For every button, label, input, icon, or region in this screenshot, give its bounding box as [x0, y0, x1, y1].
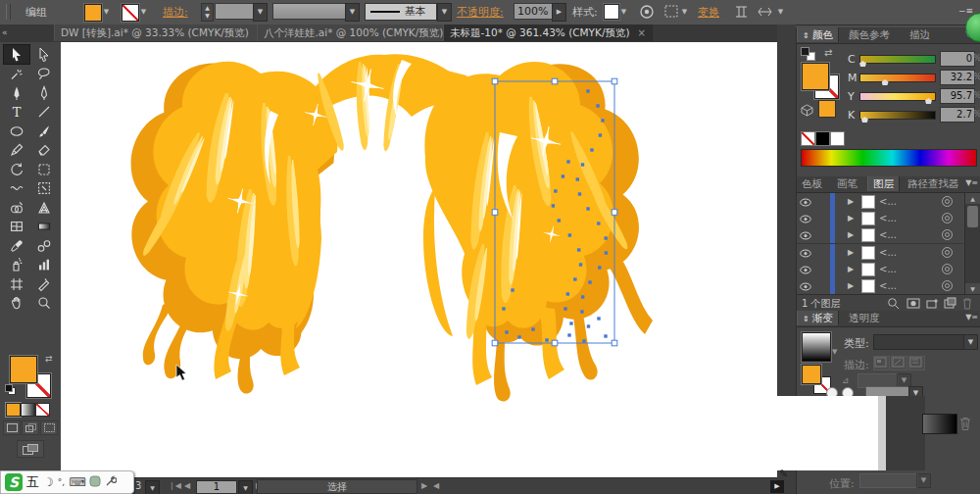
symbol-sprayer-tool[interactable] — [4, 256, 29, 274]
layer-row[interactable]: ▶<... — [797, 244, 963, 262]
free-transform-tool[interactable] — [31, 160, 57, 178]
stroke-style-dropdown-icon[interactable]: ▼ — [437, 3, 452, 22]
tab-gradient[interactable]: ⇕ 渐变 — [797, 311, 839, 325]
stroke-weight-stepper[interactable]: ▲▼ — [201, 3, 214, 22]
layer-name[interactable]: <... — [879, 280, 897, 291]
gradient-type-caret-icon[interactable]: ▼ — [963, 334, 978, 350]
transform-link[interactable]: 变换 — [698, 5, 719, 20]
tab-brushes[interactable]: 画笔 — [832, 176, 862, 191]
selection-marquee-tool[interactable] — [31, 179, 57, 198]
panel-collapse-icon[interactable]: ⇕ — [803, 31, 809, 40]
select-similar-caret-icon[interactable]: ▼ — [680, 4, 689, 20]
layer-row[interactable]: ▶<... — [797, 226, 963, 244]
swap-fill-stroke-icon[interactable]: ⇄ — [45, 354, 53, 364]
panel-fill-swatch[interactable] — [802, 63, 829, 90]
color-spectrum-bar[interactable] — [801, 149, 977, 167]
scroll-down-icon[interactable]: ▼ — [965, 283, 980, 294]
moon-icon[interactable]: ☽ — [43, 476, 54, 488]
layer-name[interactable]: <... — [879, 229, 897, 240]
layer-thumbnail[interactable] — [861, 279, 875, 293]
tab-stroke[interactable]: 描边 — [905, 27, 935, 42]
fill-proxy-swatch[interactable] — [10, 356, 37, 383]
perspective-grid-tool[interactable] — [31, 198, 57, 217]
direct-selection-tool[interactable] — [31, 45, 57, 64]
scroll-up-icon[interactable]: ▲ — [965, 193, 980, 204]
tab-transparency[interactable]: 透明度 — [844, 311, 885, 325]
document-tab-1[interactable]: DW [转换].ai* @ 33.33% (CMYK/预览)× — [54, 25, 271, 41]
color-mode-button[interactable] — [6, 403, 21, 417]
zoom-level-text[interactable]: 3 — [135, 480, 141, 491]
panel-collapse-icon[interactable]: ⇕ — [803, 315, 809, 323]
layer-row[interactable]: ▶<... — [797, 261, 963, 278]
expand-triangle-icon[interactable]: ▶ — [848, 265, 854, 273]
type-tool[interactable]: T — [4, 103, 29, 122]
panel-menu-icon[interactable]: ▼≡ — [965, 178, 978, 187]
fill-color-caret-icon[interactable]: ▼ — [102, 4, 111, 20]
channel-value-field[interactable]: 32.2 — [940, 70, 975, 85]
tab-color-guide[interactable]: 颜色参考 — [844, 27, 895, 42]
selection-handle[interactable] — [492, 78, 498, 84]
stroke-weight-dropdown-icon[interactable]: ▼ — [253, 3, 268, 22]
layer-name[interactable]: <... — [879, 247, 897, 258]
layer-row[interactable]: ▶<... — [797, 210, 963, 227]
selection-handle[interactable] — [612, 78, 617, 84]
opacity-dropdown-icon[interactable]: ▶ — [552, 3, 566, 22]
delete-stop-icon[interactable] — [958, 416, 972, 434]
slice-tool[interactable] — [31, 274, 57, 293]
black-swatch[interactable] — [815, 131, 830, 146]
zoom-tool[interactable] — [31, 294, 57, 313]
brush-definition-dropdown-icon[interactable]: ▼ — [345, 3, 360, 22]
pen-tool[interactable] — [4, 83, 29, 102]
keyboard-icon[interactable]: ⌨ — [69, 476, 85, 488]
gradient-type-dropdown[interactable] — [873, 334, 965, 350]
magic-wand-tool[interactable] — [4, 65, 29, 83]
status-collapse-icon[interactable]: ◀ — [433, 481, 439, 490]
visibility-eye-icon[interactable] — [800, 214, 811, 226]
out-of-gamut-cube-icon[interactable] — [801, 104, 813, 120]
layer-thumbnail[interactable] — [861, 212, 875, 225]
eyedropper-tool[interactable] — [4, 236, 29, 255]
target-circle-icon[interactable] — [942, 280, 953, 291]
selection-handle[interactable] — [492, 340, 498, 346]
tab-pathfinder[interactable]: 路径查找器 — [903, 176, 964, 191]
tab-color[interactable]: ⇕ 颜色 — [797, 27, 839, 42]
visibility-eye-icon[interactable] — [800, 281, 811, 294]
layer-row[interactable]: ▶<... — [797, 277, 963, 294]
fill-color-swatch[interactable] — [84, 4, 102, 22]
expand-triangle-icon[interactable]: ▶ — [848, 281, 854, 290]
hand-tool[interactable] — [4, 294, 29, 313]
pencil-tool[interactable] — [4, 141, 29, 160]
none-mode-button[interactable] — [35, 403, 50, 417]
draw-normal-button[interactable] — [3, 420, 21, 435]
selection-handle[interactable] — [552, 340, 558, 346]
artboard-number-field[interactable]: 1 — [196, 480, 237, 494]
stroke-across-button[interactable] — [908, 356, 925, 370]
expand-triangle-icon[interactable]: ▶ — [848, 197, 854, 206]
selection-handle[interactable] — [552, 78, 558, 84]
prev-artboard-icon[interactable]: ◀ — [184, 481, 190, 490]
target-circle-icon[interactable] — [942, 247, 953, 258]
distribute-icon[interactable] — [757, 4, 773, 23]
skin-icon[interactable] — [89, 475, 101, 490]
column-graph-tool[interactable] — [31, 256, 57, 274]
artboard-dropdown-icon[interactable]: ▼ — [238, 480, 253, 494]
tab-swatches[interactable]: 色板 — [797, 176, 827, 191]
wrench-icon[interactable] — [105, 475, 117, 490]
layer-thumbnail[interactable] — [861, 246, 875, 260]
current-tool-indicator[interactable]: 选择 — [257, 479, 417, 494]
selection-tool[interactable] — [4, 45, 29, 64]
layer-thumbnail[interactable] — [861, 228, 875, 242]
stroke-color-caret-icon[interactable]: ▼ — [139, 4, 148, 20]
gradient-fill-proxy[interactable] — [802, 365, 821, 384]
brush-definition-field[interactable] — [272, 3, 351, 20]
visibility-eye-icon[interactable] — [800, 197, 811, 210]
layer-row[interactable]: ▶<... — [797, 193, 963, 211]
visibility-eye-icon[interactable] — [800, 248, 811, 261]
opacity-field[interactable]: 100% — [514, 3, 557, 20]
location-dropdown[interactable] — [859, 473, 918, 488]
graphic-style-swatch[interactable] — [604, 4, 619, 20]
line-segment-tool[interactable] — [31, 103, 57, 122]
close-icon[interactable]: × — [638, 27, 646, 38]
document-tab-2[interactable]: 八个洋娃娃.ai* @ 100% (CMYK/预览)× — [257, 25, 466, 41]
recolor-artwork-icon[interactable] — [639, 4, 655, 23]
